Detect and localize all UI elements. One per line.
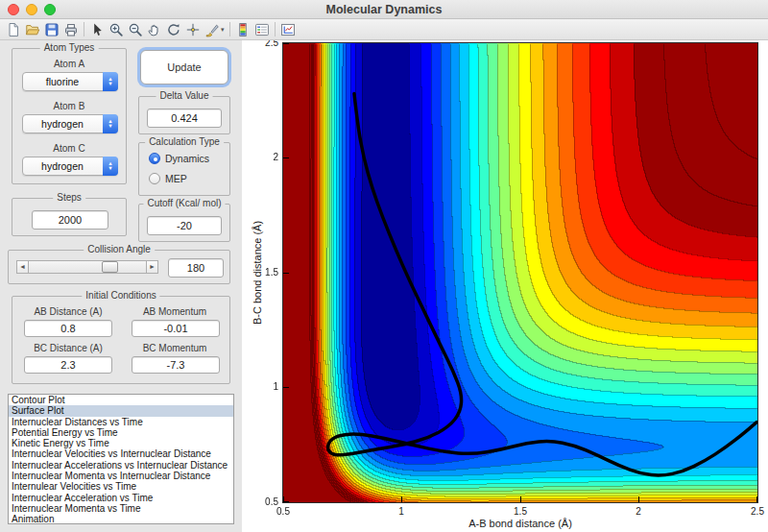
colorbar-icon bbox=[235, 22, 251, 37]
collision-angle-input[interactable] bbox=[168, 258, 224, 278]
data-cursor-icon bbox=[185, 22, 201, 37]
atom-b-value: hydrogen bbox=[41, 118, 84, 130]
bc-distance-label: BC Distance (A) bbox=[20, 343, 116, 353]
atom-b-popup[interactable]: hydrogen ▲▼ bbox=[22, 114, 118, 133]
atom-c-popup[interactable]: hydrogen ▲▼ bbox=[22, 157, 118, 176]
window-title: Molecular Dynamics bbox=[0, 0, 768, 19]
ab-momentum-label: AB Momentum bbox=[126, 306, 224, 317]
zoom-in-button[interactable] bbox=[107, 20, 126, 39]
atom-a-popup[interactable]: fluorine ▲▼ bbox=[22, 72, 118, 91]
insert-legend-button[interactable] bbox=[252, 20, 272, 39]
y-tick-label: 1.5 bbox=[252, 267, 278, 278]
slider-track[interactable] bbox=[29, 260, 146, 274]
delta-value-input[interactable] bbox=[147, 109, 222, 128]
zoom-out-button[interactable] bbox=[126, 20, 145, 39]
mep-radio-row[interactable]: MEP bbox=[149, 173, 187, 184]
insert-colorbar-button[interactable] bbox=[233, 20, 252, 39]
cutoff-input[interactable] bbox=[147, 216, 222, 235]
calculation-type-title: Calculation Type bbox=[145, 136, 224, 147]
collision-angle-slider[interactable]: ◄ ► bbox=[16, 260, 158, 274]
slider-thumb[interactable] bbox=[102, 261, 118, 273]
rotate-3d-button[interactable] bbox=[164, 20, 183, 39]
plot-browser-button[interactable] bbox=[278, 20, 298, 39]
y-tick-label: 2 bbox=[252, 152, 278, 162]
ab-momentum-input[interactable] bbox=[132, 320, 220, 337]
update-button[interactable]: Update bbox=[140, 50, 228, 85]
initial-conditions-title: Initial Conditions bbox=[82, 290, 159, 301]
pan-hand-icon bbox=[147, 22, 162, 37]
zoom-in-icon bbox=[108, 22, 124, 37]
dynamics-radio-label: Dynamics bbox=[165, 153, 209, 164]
collision-angle-panel: Collision Angle ◄ ► bbox=[8, 250, 230, 284]
steps-title: Steps bbox=[53, 192, 85, 203]
popup-arrows-icon: ▲▼ bbox=[103, 157, 118, 176]
atom-c-value: hydrogen bbox=[41, 160, 84, 172]
list-item[interactable]: Internuclear Momenta vs Internuclear Dis… bbox=[9, 471, 233, 481]
toolbar-separator bbox=[275, 22, 276, 36]
list-item[interactable]: Internuclear Accelerations vs Internucle… bbox=[9, 460, 233, 471]
bc-momentum-input[interactable] bbox=[132, 356, 220, 374]
list-item[interactable]: Contour Plot bbox=[9, 395, 233, 405]
brush-button[interactable]: ▾ bbox=[203, 20, 227, 39]
dynamics-radio-row[interactable]: Dynamics bbox=[149, 153, 209, 164]
bc-momentum-label: BC Momentum bbox=[126, 343, 224, 353]
potential-surface-canvas[interactable] bbox=[283, 43, 757, 502]
x-tick-label: 1 bbox=[388, 506, 415, 517]
list-item[interactable]: Potential Energy vs Time bbox=[9, 427, 233, 438]
atom-c-label: Atom C bbox=[12, 143, 126, 154]
slider-right-arrow[interactable]: ► bbox=[146, 260, 158, 274]
rotate-3d-icon bbox=[166, 22, 181, 37]
mep-radio[interactable] bbox=[149, 173, 160, 184]
popup-arrows-icon: ▲▼ bbox=[103, 114, 118, 133]
pointer-arrow-icon bbox=[89, 22, 105, 37]
brush-icon bbox=[204, 22, 220, 37]
atom-types-panel: Atom Types Atom A fluorine ▲▼ Atom B hyd… bbox=[12, 48, 127, 184]
minimize-button[interactable] bbox=[26, 4, 37, 15]
printer-icon bbox=[63, 22, 79, 37]
x-tick-label: 2 bbox=[625, 506, 652, 517]
list-item[interactable]: Internuclear Momenta vs Time bbox=[9, 503, 233, 514]
delta-value-title: Delta Value bbox=[156, 90, 213, 101]
legend-icon bbox=[254, 22, 270, 37]
list-item[interactable]: Internulear Velocities vs Time bbox=[9, 481, 233, 492]
list-item[interactable]: Animation bbox=[9, 514, 233, 524]
open-folder-icon bbox=[25, 22, 40, 37]
list-item-selected[interactable]: Surface Plot bbox=[9, 405, 233, 416]
print-figure-button[interactable] bbox=[61, 20, 81, 39]
plot-type-listbox: Contour Plot Surface Plot Internuclear D… bbox=[8, 394, 234, 524]
new-figure-icon bbox=[6, 22, 21, 37]
titlebar: Molecular Dynamics bbox=[0, 0, 768, 19]
save-floppy-icon bbox=[44, 22, 60, 37]
open-file-button[interactable] bbox=[23, 20, 42, 39]
zoom-window-button[interactable] bbox=[44, 4, 56, 15]
bc-distance-input[interactable] bbox=[24, 356, 112, 374]
atom-a-value: fluorine bbox=[46, 76, 79, 87]
steps-input[interactable] bbox=[32, 210, 108, 230]
initial-conditions-panel: Initial Conditions AB Distance (A) AB Mo… bbox=[12, 296, 230, 384]
list-item[interactable]: Internuclear Acceleration vs Time bbox=[9, 493, 233, 503]
delta-value-panel: Delta Value bbox=[138, 96, 230, 134]
toolbar-separator bbox=[229, 22, 230, 36]
brush-menu-caret[interactable]: ▾ bbox=[221, 26, 225, 34]
x-axis-label: A-B bond distance (Å) bbox=[424, 518, 616, 529]
ab-distance-label: AB Distance (A) bbox=[20, 306, 116, 317]
ab-distance-input[interactable] bbox=[24, 320, 112, 337]
steps-panel: Steps bbox=[12, 198, 127, 236]
contour-plot-axes[interactable] bbox=[282, 42, 758, 503]
close-button[interactable] bbox=[8, 4, 19, 15]
slider-left-arrow[interactable]: ◄ bbox=[16, 260, 29, 274]
save-figure-button[interactable] bbox=[42, 20, 61, 39]
x-tick-label: 0.5 bbox=[270, 506, 297, 517]
dynamics-radio[interactable] bbox=[149, 153, 160, 164]
edit-pointer-button[interactable] bbox=[87, 20, 107, 39]
list-item[interactable]: Internuclear Distances vs Time bbox=[9, 417, 233, 427]
list-item[interactable]: Kinetic Energy vs Time bbox=[9, 438, 233, 448]
list-item[interactable]: Internuclear Velocities vs Internuclear … bbox=[9, 448, 233, 459]
new-figure-button[interactable] bbox=[4, 20, 23, 39]
zoom-out-icon bbox=[128, 22, 143, 37]
data-cursor-button[interactable] bbox=[183, 20, 203, 39]
pan-button[interactable] bbox=[145, 20, 164, 39]
atom-a-label: Atom A bbox=[12, 59, 126, 69]
collision-angle-title: Collision Angle bbox=[84, 244, 155, 254]
atom-types-title: Atom Types bbox=[40, 42, 99, 53]
